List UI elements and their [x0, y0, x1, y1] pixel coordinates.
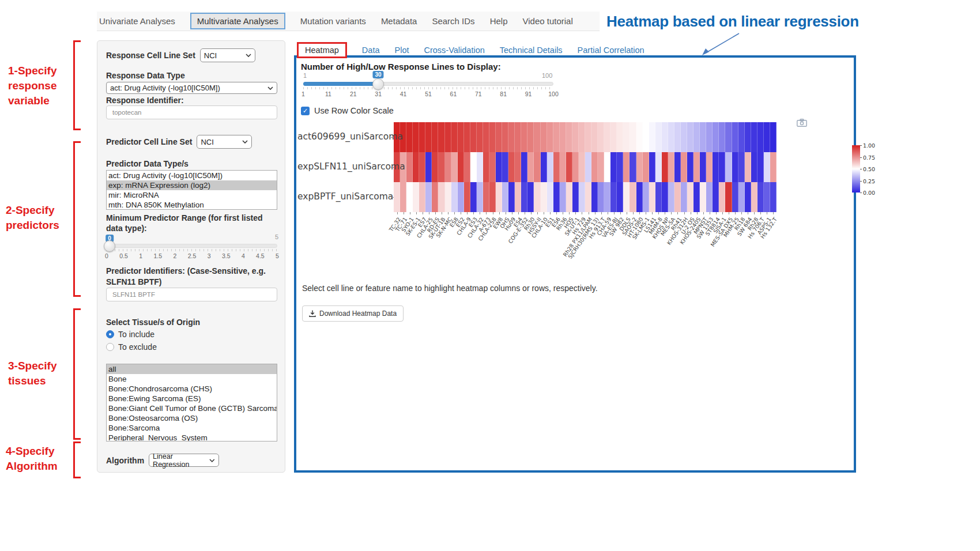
heatmap-cell[interactable]: [732, 152, 738, 182]
heatmap-cell[interactable]: [725, 152, 732, 182]
heatmap-cell[interactable]: [668, 152, 674, 182]
heatmap-cell[interactable]: [725, 122, 732, 152]
heatmap-cell[interactable]: [406, 152, 413, 182]
heatmap-cell[interactable]: [547, 152, 553, 182]
heatmap-cell[interactable]: [541, 182, 547, 212]
heatmap-cell[interactable]: [719, 122, 725, 152]
tissue-option-all[interactable]: all: [107, 364, 277, 374]
tissue-option-bone-chondrosarcoma-chs[interactable]: Bone:Chondrosarcoma (CHS): [107, 384, 277, 394]
heatmap-cell[interactable]: [566, 122, 572, 152]
heatmap-cell[interactable]: [649, 182, 655, 212]
heatmap-cell[interactable]: [483, 122, 489, 152]
lines-slider-thumb[interactable]: [372, 78, 384, 90]
heatmap-cell[interactable]: [591, 152, 598, 182]
heatmap-cell[interactable]: [770, 152, 777, 182]
heatmap-cell[interactable]: [560, 182, 566, 212]
heatmap-cell[interactable]: [413, 122, 419, 152]
heatmap-cell[interactable]: [489, 122, 496, 152]
heatmap-cell[interactable]: [623, 182, 630, 212]
heatmap-cell[interactable]: [630, 122, 636, 152]
response-cell-line-set-select[interactable]: NCI: [200, 48, 255, 62]
heatmap-cell[interactable]: [470, 122, 477, 152]
heatmap-cell[interactable]: [508, 152, 515, 182]
heatmap-cell[interactable]: [687, 182, 693, 212]
heatmap-cell[interactable]: [413, 152, 419, 182]
tissue-include-radio[interactable]: To include: [106, 330, 154, 339]
heatmap-cell[interactable]: [732, 182, 738, 212]
heatmap-cell[interactable]: [464, 182, 470, 212]
tab-plot[interactable]: Plot: [394, 46, 409, 55]
heatmap-cell[interactable]: [649, 122, 655, 152]
heatmap-cell[interactable]: [432, 122, 438, 152]
predictor-data-type-option-exp-mrna-expression-log2[interactable]: exp: mRNA Expression (log2): [107, 180, 277, 190]
heatmap-cell[interactable]: [604, 122, 610, 152]
nav-item-help[interactable]: Help: [490, 16, 508, 26]
response-data-type-select[interactable]: act: Drug Activity (-log10[IC50M]): [106, 82, 277, 94]
heatmap-cell[interactable]: [757, 122, 764, 152]
camera-icon[interactable]: [797, 119, 807, 127]
heatmap-cell[interactable]: [585, 182, 591, 212]
heatmap-cell[interactable]: [585, 152, 591, 182]
heatmap-cell[interactable]: [598, 182, 604, 212]
heatmap-cell[interactable]: [757, 152, 764, 182]
heatmap-cell[interactable]: [464, 152, 470, 182]
heatmap-cell[interactable]: [527, 152, 534, 182]
heatmap-cell[interactable]: [745, 182, 751, 212]
heatmap-cell[interactable]: [425, 152, 432, 182]
heatmap-cell[interactable]: [419, 152, 425, 182]
heatmap-cell[interactable]: [451, 122, 458, 152]
heatmap-cell[interactable]: [477, 152, 483, 182]
heatmap-cell[interactable]: [598, 122, 604, 152]
heatmap-cell[interactable]: [515, 122, 521, 152]
heatmap-cell[interactable]: [630, 182, 636, 212]
heatmap-cell[interactable]: [706, 152, 713, 182]
heatmap-cell[interactable]: [700, 122, 706, 152]
heatmap-cell[interactable]: [617, 152, 623, 182]
tissue-option-bone-osteosarcoma-os[interactable]: Bone:Osteosarcoma (OS): [107, 413, 277, 423]
heatmap-cell[interactable]: [636, 182, 643, 212]
heatmap-cell[interactable]: [560, 122, 566, 152]
tissue-option-bone-sarcoma[interactable]: Bone:Sarcoma: [107, 423, 277, 433]
heatmap-cell[interactable]: [732, 122, 738, 152]
heatmap-cell[interactable]: [706, 122, 713, 152]
heatmap-cell[interactable]: [419, 122, 425, 152]
heatmap-cell[interactable]: [521, 122, 527, 152]
nav-item-video-tutorial[interactable]: Video tutorial: [522, 16, 572, 26]
heatmap-cell[interactable]: [483, 152, 489, 182]
tissue-option-peripheral-nervous-system[interactable]: Peripheral_Nervous_System: [107, 433, 277, 441]
heatmap-cell[interactable]: [655, 152, 662, 182]
heatmap-cell[interactable]: [400, 182, 406, 212]
heatmap-cell[interactable]: [610, 182, 617, 212]
heatmap-cell[interactable]: [719, 182, 725, 212]
heatmap-cell[interactable]: [508, 122, 515, 152]
heatmap-cell[interactable]: [566, 182, 572, 212]
heatmap-cell[interactable]: [764, 182, 770, 212]
heatmap-cell[interactable]: [579, 152, 585, 182]
heatmap-cell[interactable]: [406, 182, 413, 212]
heatmap-cell[interactable]: [643, 182, 649, 212]
heatmap-cell[interactable]: [419, 182, 425, 212]
heatmap-cell[interactable]: [713, 122, 719, 152]
heatmap-cell[interactable]: [515, 152, 521, 182]
heatmap-cell[interactable]: [534, 152, 540, 182]
heatmap-cell[interactable]: [508, 182, 515, 212]
heatmap-cell[interactable]: [623, 152, 630, 182]
min-range-slider-track[interactable]: [107, 244, 277, 248]
heatmap-cell[interactable]: [617, 182, 623, 212]
heatmap-cell[interactable]: [643, 122, 649, 152]
heatmap-cell[interactable]: [591, 122, 598, 152]
heatmap-cell[interactable]: [553, 152, 560, 182]
heatmap-cell[interactable]: [681, 182, 687, 212]
heatmap-cell[interactable]: [713, 182, 719, 212]
heatmap-cell[interactable]: [757, 182, 764, 212]
heatmap-row-label-expbptf-unisarcoma[interactable]: expBPTF_uniSarcoma: [297, 191, 390, 202]
heatmap-cell[interactable]: [598, 152, 604, 182]
heatmap-cell[interactable]: [610, 152, 617, 182]
heatmap-cell[interactable]: [636, 122, 643, 152]
predictor-identifiers-input[interactable]: SLFN11 BPTF: [106, 288, 277, 301]
heatmap-cell[interactable]: [432, 182, 438, 212]
heatmap-cell[interactable]: [438, 182, 444, 212]
nav-item-metadata[interactable]: Metadata: [381, 16, 417, 26]
heatmap-cell[interactable]: [636, 152, 643, 182]
heatmap-cell[interactable]: [700, 152, 706, 182]
